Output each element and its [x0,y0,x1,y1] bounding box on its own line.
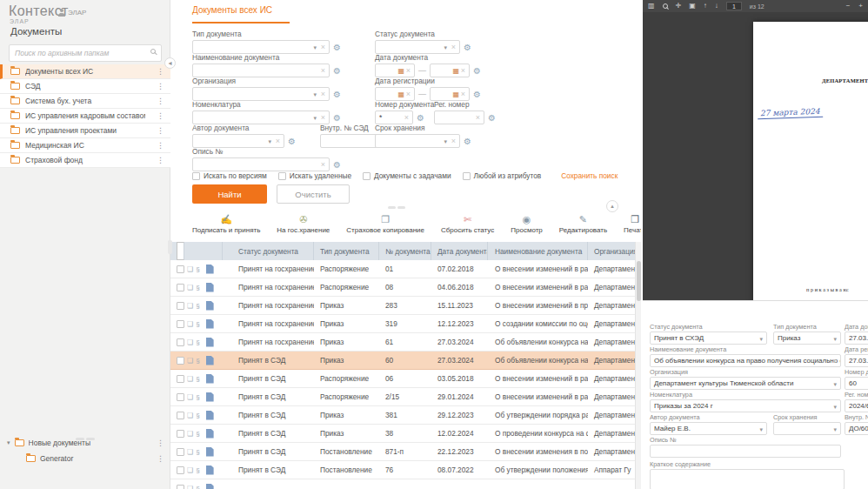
row-checkbox[interactable] [177,338,184,346]
table-row[interactable]: ❏ § Принят в СЭД Приказ 60 27.03.2024 Об… [170,352,641,370]
card-organization-select[interactable]: Департамент культуры Тюменской области ▾ [650,377,841,390]
panel-splitter[interactable] [388,206,405,209]
gear-icon[interactable]: ⚙ [288,137,296,146]
table-row[interactable]: ❏ § Принят на госхранение Приказ 283 15.… [170,297,641,315]
caret-icon[interactable]: ▾ [833,404,837,411]
gear-icon[interactable]: ⚙ [333,66,341,76]
checkbox-icon[interactable] [363,172,371,180]
gear-icon[interactable]: ⚙ [333,160,341,170]
table-row[interactable]: ❏ § Принят в СЭД Приказ 38 12.02.2024 О … [170,425,641,443]
table-row[interactable]: ❏ § Принят в СЭД Приказ 381 29.12.2023 О… [170,406,641,425]
clear-icon[interactable]: × [406,90,411,98]
doc-type-select[interactable]: ▾ × [192,40,330,54]
caret-icon[interactable]: ▾ [833,426,837,433]
clear-icon[interactable]: × [406,66,411,75]
clear-icon[interactable]: × [832,357,837,365]
row-checkbox[interactable] [177,320,184,328]
table-row[interactable]: ❏ § Принят на госхранение Распоряжение 0… [170,278,641,297]
row-checkbox[interactable] [177,448,184,456]
folder-menu-icon[interactable]: ⋮ [150,141,170,150]
card-status-select[interactable]: Принят в СХЭД ▾ [650,332,767,345]
row-checkbox[interactable] [177,357,184,365]
toolbar-button[interactable]: ✍ Подписать и принять [192,214,260,234]
search-option-checkbox[interactable]: Любой из атрибутов [463,171,542,180]
checkbox-icon[interactable] [192,172,200,180]
checkbox-icon[interactable] [463,172,471,180]
search-option-checkbox[interactable]: Искать удаленные [278,171,351,180]
card-summary-textarea[interactable] [650,469,845,489]
col-name[interactable]: Наименование документа [488,242,588,260]
gear-icon[interactable]: ⚙ [417,113,424,123]
caret-icon[interactable]: ▾ [759,426,763,433]
select-all-checkbox[interactable] [177,242,184,260]
clear-icon[interactable]: × [476,113,480,122]
row-checkbox[interactable] [177,430,184,438]
gear-icon[interactable]: ⚙ [473,66,481,76]
caret-icon[interactable]: ▾ [268,138,271,145]
reg-number-input[interactable]: × [434,111,484,124]
clear-button[interactable]: Очистить [277,184,350,204]
calendar-icon[interactable]: ▦ [452,90,459,98]
sidebar-folder-item[interactable]: СЭД ⋮ [0,79,170,94]
inventory-input[interactable]: × [192,157,330,171]
pdf-prev-page-icon[interactable]: ↑ [704,0,707,12]
author-select[interactable]: ▾ × [192,134,284,148]
card-retention-select[interactable]: ▾ [773,422,841,435]
card-type-select[interactable]: Приказ ▾ [773,332,841,345]
row-checkbox[interactable] [177,485,184,489]
gear-icon[interactable]: ⚙ [464,137,471,146]
doc-name-input[interactable]: × [192,64,330,77]
toolbar-button[interactable]: ❒ Печать [624,214,641,234]
col-type[interactable]: Тип документа [314,242,379,260]
col-number[interactable]: № документа [379,242,431,260]
gear-icon[interactable]: ⚙ [333,43,341,52]
table-scrollbar[interactable] [635,242,641,489]
caret-icon[interactable]: ▾ [444,44,447,51]
card-internal-number-input[interactable]: ДО/60 [845,422,868,435]
table-row[interactable]: ❏ § Принят в СЭД Постановление 871-п 22.… [170,443,641,461]
pdf-next-page-icon[interactable]: ↓ [715,0,718,12]
row-checkbox[interactable] [177,466,184,474]
gear-icon[interactable]: ⚙ [488,113,496,123]
col-date[interactable]: Дата документа [431,242,488,260]
card-reg-number-input[interactable]: 2024/60 [845,399,868,412]
caret-icon[interactable]: ▾ [313,115,317,122]
pdf-fit-icon[interactable]: ✛ [676,0,682,12]
table-row[interactable]: ❏ § Принят на госхранение Распоряжение 0… [170,260,641,278]
card-doc-date-input[interactable]: 27.03.2024 [845,332,868,345]
pdf-viewport[interactable]: ДЕПАРТАМЕНТ КУЛ 27 марта 2024 п р и к а … [643,12,868,300]
caret-icon[interactable]: ▾ [759,336,763,343]
gear-icon[interactable]: ⚙ [333,113,341,123]
clear-icon[interactable]: × [321,43,325,51]
calendar-icon[interactable]: ▦ [397,67,404,75]
row-checkbox[interactable] [177,265,184,273]
table-row[interactable]: ❏ § Принят в СЭД Распоряжение 06 03.05.2… [170,370,641,388]
row-checkbox[interactable] [177,284,184,291]
sidebar-folder-item[interactable]: Система бух. учета ⋮ [0,94,170,109]
gear-icon[interactable]: ⚙ [473,90,481,99]
row-checkbox[interactable] [177,302,184,310]
collapse-filters-button[interactable]: ▴ [606,200,618,212]
checkbox-icon[interactable] [278,172,286,180]
clear-icon[interactable]: × [321,66,325,75]
caret-icon[interactable]: ▾ [313,44,317,51]
clear-icon[interactable]: × [321,160,325,169]
clear-icon[interactable]: × [461,66,465,75]
caret-icon[interactable]: ▾ [444,138,447,145]
card-doc-name-input[interactable]: Об объявлении конкурса на право получени… [650,354,841,367]
sidebar-folder-item[interactable]: Медицинская ИС ⋮ [0,138,170,153]
find-button[interactable]: Найти [192,184,267,204]
toolbar-button[interactable]: ❐ Страховое копирование [346,214,424,234]
search-input[interactable] [9,44,162,62]
pdf-zoom-in-icon[interactable]: + [858,0,863,12]
gear-icon[interactable]: ⚙ [333,90,341,99]
reg-date-to-input[interactable]: ▦ × [430,87,470,101]
reg-date-from-input[interactable]: ▦ × [375,87,415,101]
clear-icon[interactable]: × [461,90,465,98]
gear-icon[interactable]: ⚙ [464,43,471,52]
folder-menu-icon[interactable]: ⋮ [150,439,170,447]
card-inventory-input[interactable] [650,445,841,458]
toolbar-button[interactable]: ✄ Сбросить статус [441,214,494,234]
folder-menu-icon[interactable]: ⋮ [150,111,170,120]
row-checkbox[interactable] [177,412,184,419]
